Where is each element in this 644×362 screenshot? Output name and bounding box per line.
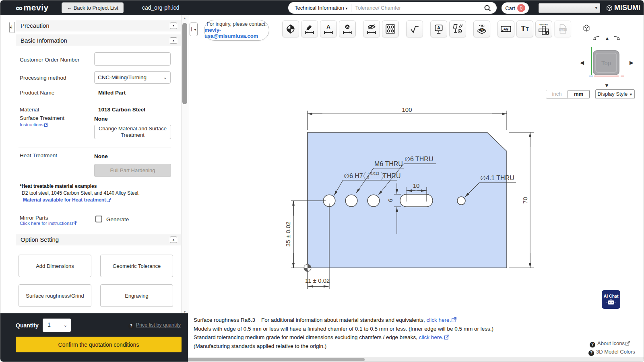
search-bar: Technical Information ▾ — [288, 2, 497, 14]
red-axis — [594, 76, 619, 76]
add-text-dimension-button[interactable]: A — [320, 21, 337, 37]
chevron-down-icon: ⌄ — [163, 72, 167, 83]
geometric-tolerance-button[interactable]: Geometric Tolerance — [100, 255, 173, 277]
green-axis — [591, 47, 592, 75]
main-collapse-handle[interactable]: ▏◂ — [190, 23, 198, 36]
edit-dimension-icon — [304, 24, 315, 34]
panel-divider — [188, 15, 188, 362]
section-basic-information[interactable]: Basic Information ▲ — [16, 35, 181, 46]
dim-35: 35 ± 0.02 — [285, 222, 291, 247]
about-icons-link[interactable]: ?About icons — [590, 340, 630, 348]
cart-button[interactable]: Cart 0 — [502, 2, 529, 14]
note-line: Models with edge of 0.5 mm or less will … — [194, 325, 493, 333]
instructions-link[interactable]: Instructions — [20, 122, 48, 128]
quantity-select[interactable]: 1⌄ — [43, 319, 71, 332]
section-option-setting[interactable]: Option Setting ▲ — [16, 234, 181, 245]
search-input[interactable] — [351, 5, 484, 11]
svg-text:A: A — [481, 28, 483, 31]
hole-3 — [367, 195, 380, 207]
collapse-section-button[interactable]: ▲ — [170, 237, 177, 243]
heat-note-title: *Heat treatable material examples — [20, 183, 97, 189]
red-axis-dash — [621, 76, 624, 76]
sidebar-scrollbar[interactable]: ▲ ▼ — [181, 15, 188, 315]
rotate-west-arrow[interactable]: ◀ — [580, 60, 584, 65]
search-category-select[interactable]: Technical Information ▾ — [288, 5, 351, 11]
mirror-parts-link[interactable]: Click here for instructions — [20, 221, 76, 226]
hole-group-button[interactable] — [382, 21, 399, 37]
slot-hole — [400, 194, 433, 207]
delete-dimension-button[interactable] — [339, 21, 356, 37]
engraving-stamp-button[interactable]: A — [473, 21, 490, 37]
rotate-left-icon[interactable] — [591, 35, 600, 44]
origin-marker — [304, 264, 311, 272]
change-material-button[interactable]: Change Material and Surface Treatment — [94, 125, 171, 139]
rotate-down-arrow[interactable]: ▼ — [604, 83, 609, 88]
scroll-up-arrow[interactable]: ▲ — [183, 16, 186, 20]
note-line: Surface roughness Ra6.3 For additional i… — [194, 316, 493, 325]
generate-label: Generate — [106, 216, 129, 222]
display-style-select[interactable]: Display Style ▼ — [595, 89, 635, 99]
sidebar-panel: ▸▏ Precaution ▼ Basic Information ▲ Cust… — [0, 15, 181, 313]
collapse-section-button[interactable]: ▲ — [170, 37, 177, 44]
heat-treatment-value: None — [94, 153, 108, 159]
unit-inch-option[interactable]: inch — [546, 90, 568, 98]
geometric-tolerance-button[interactable] — [449, 21, 466, 37]
engraving-frame-button[interactable]: A — [430, 21, 447, 37]
dxf-export-button[interactable]: DXF — [554, 21, 571, 37]
part-outline — [308, 132, 507, 268]
heat-material-link[interactable]: Material available for Heat treatment — [23, 197, 111, 203]
rotate-up-arrow[interactable]: ▲ — [605, 36, 610, 41]
click-here-link[interactable]: click here. — [419, 334, 444, 340]
rotate-east-arrow[interactable]: ▶ — [630, 60, 634, 65]
add-dimensions-button[interactable]: Add Dimensions — [19, 255, 91, 277]
customer-order-number-label: Customer Order Number — [20, 57, 80, 63]
meviy-logo[interactable]: ∞meviy — [16, 2, 49, 14]
search-icon[interactable] — [484, 4, 497, 12]
datum-target-icon — [285, 24, 296, 34]
model-colors-link[interactable]: ?3D Model Colors — [588, 349, 635, 356]
quantity-bar: Quantity 1⌄ ?Price list by quantity Conf… — [0, 313, 188, 362]
hole-2 — [345, 195, 357, 207]
product-name-value: Milled Part — [98, 90, 126, 96]
datum-target-button[interactable] — [282, 21, 299, 37]
confirm-quotation-button[interactable]: Confirm the quotation conditions — [16, 337, 182, 352]
product-name-label: Product Name — [20, 90, 54, 96]
measure-button[interactable]: 123 — [497, 21, 514, 37]
back-to-project-list-button[interactable]: ← Back to Project List — [62, 2, 124, 13]
scrollbar-thumb[interactable] — [182, 23, 187, 104]
dim-11: 11 ± 0.02 — [305, 277, 330, 284]
label-hole3: ∅6 THRU — [405, 156, 433, 162]
section-precaution[interactable]: Precaution ▼ — [16, 20, 181, 31]
scrollbar-thumb[interactable] — [188, 358, 365, 361]
unit-mm-option[interactable]: mm — [568, 90, 590, 98]
cube-view-icon[interactable] — [583, 25, 590, 33]
text-size-button[interactable]: TT — [516, 21, 533, 37]
label-hole1-tol-upper: + 0.012 — [367, 171, 379, 175]
hide-dimension-button[interactable] — [363, 21, 380, 37]
blue-axis — [589, 76, 593, 76]
text-size-icon: TT — [520, 24, 530, 34]
customer-order-number-input[interactable] — [94, 52, 171, 66]
edit-dimension-button[interactable] — [301, 21, 318, 37]
svg-text:6VIEWS: 6VIEWS — [540, 23, 548, 26]
generate-checkbox[interactable] — [95, 216, 102, 222]
question-icon: ? — [590, 342, 595, 348]
click-here-link[interactable]: click here. — [427, 317, 451, 323]
sidebar-collapse-handle[interactable]: ▸▏ — [9, 22, 15, 33]
rotate-right-icon[interactable] — [613, 35, 622, 44]
ai-chat-button[interactable]: AI Chat — [602, 290, 620, 309]
full-part-hardening-button[interactable]: Full Part Hardening — [94, 164, 171, 177]
six-views-button[interactable]: 6VIEWS — [535, 21, 552, 37]
expand-section-button[interactable]: ▼ — [170, 23, 177, 29]
external-link-icon — [452, 316, 456, 325]
viewcube-top-face[interactable]: Top — [593, 50, 619, 75]
chevron-down-icon: ▾ — [595, 5, 597, 10]
language-select[interactable]: ▾ — [539, 3, 600, 13]
surface-roughness-grind-button[interactable]: Surface roughness/Grind — [19, 284, 91, 307]
surface-finish-button[interactable] — [406, 21, 423, 37]
surface-treatment-value: None — [94, 116, 108, 122]
engraving-button[interactable]: Engraving — [100, 284, 173, 307]
inquiry-email-link[interactable]: meviy-usa@misumiusa.com — [204, 27, 269, 39]
processing-method-select[interactable]: CNC-Milling/Turning⌄ — [94, 71, 171, 84]
price-list-link[interactable]: ?Price list by quantity — [128, 322, 181, 329]
